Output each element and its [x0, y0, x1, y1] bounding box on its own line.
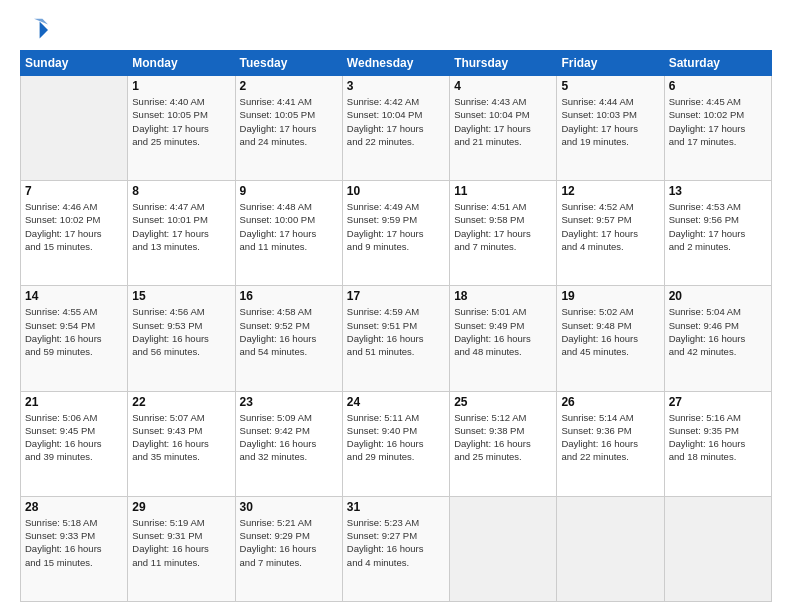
cell-content: Sunrise: 5:02 AM Sunset: 9:48 PM Dayligh…	[561, 305, 659, 358]
cell-content: Sunrise: 5:04 AM Sunset: 9:46 PM Dayligh…	[669, 305, 767, 358]
cell-content: Sunrise: 4:52 AM Sunset: 9:57 PM Dayligh…	[561, 200, 659, 253]
calendar-cell: 22Sunrise: 5:07 AM Sunset: 9:43 PM Dayli…	[128, 391, 235, 496]
day-number: 8	[132, 184, 230, 198]
header-cell-tuesday: Tuesday	[235, 51, 342, 76]
calendar-cell: 31Sunrise: 5:23 AM Sunset: 9:27 PM Dayli…	[342, 496, 449, 601]
week-row-0: 1Sunrise: 4:40 AM Sunset: 10:05 PM Dayli…	[21, 76, 772, 181]
cell-content: Sunrise: 5:06 AM Sunset: 9:45 PM Dayligh…	[25, 411, 123, 464]
calendar-cell: 2Sunrise: 4:41 AM Sunset: 10:05 PM Dayli…	[235, 76, 342, 181]
day-number: 19	[561, 289, 659, 303]
calendar-cell: 30Sunrise: 5:21 AM Sunset: 9:29 PM Dayli…	[235, 496, 342, 601]
day-number: 3	[347, 79, 445, 93]
header-cell-thursday: Thursday	[450, 51, 557, 76]
cell-content: Sunrise: 4:44 AM Sunset: 10:03 PM Daylig…	[561, 95, 659, 148]
day-number: 24	[347, 395, 445, 409]
calendar-cell: 16Sunrise: 4:58 AM Sunset: 9:52 PM Dayli…	[235, 286, 342, 391]
cell-content: Sunrise: 5:19 AM Sunset: 9:31 PM Dayligh…	[132, 516, 230, 569]
cell-content: Sunrise: 4:42 AM Sunset: 10:04 PM Daylig…	[347, 95, 445, 148]
cell-content: Sunrise: 4:56 AM Sunset: 9:53 PM Dayligh…	[132, 305, 230, 358]
day-number: 23	[240, 395, 338, 409]
cell-content: Sunrise: 4:46 AM Sunset: 10:02 PM Daylig…	[25, 200, 123, 253]
cell-content: Sunrise: 4:51 AM Sunset: 9:58 PM Dayligh…	[454, 200, 552, 253]
calendar-cell: 17Sunrise: 4:59 AM Sunset: 9:51 PM Dayli…	[342, 286, 449, 391]
day-number: 26	[561, 395, 659, 409]
cell-content: Sunrise: 5:11 AM Sunset: 9:40 PM Dayligh…	[347, 411, 445, 464]
cell-content: Sunrise: 5:07 AM Sunset: 9:43 PM Dayligh…	[132, 411, 230, 464]
header-cell-sunday: Sunday	[21, 51, 128, 76]
calendar-cell: 18Sunrise: 5:01 AM Sunset: 9:49 PM Dayli…	[450, 286, 557, 391]
day-number: 27	[669, 395, 767, 409]
logo-icon	[20, 16, 48, 44]
calendar-cell	[450, 496, 557, 601]
calendar-cell	[557, 496, 664, 601]
week-row-2: 14Sunrise: 4:55 AM Sunset: 9:54 PM Dayli…	[21, 286, 772, 391]
calendar-cell	[664, 496, 771, 601]
cell-content: Sunrise: 5:12 AM Sunset: 9:38 PM Dayligh…	[454, 411, 552, 464]
day-number: 21	[25, 395, 123, 409]
calendar-cell: 5Sunrise: 4:44 AM Sunset: 10:03 PM Dayli…	[557, 76, 664, 181]
svg-marker-0	[40, 22, 48, 39]
cell-content: Sunrise: 5:23 AM Sunset: 9:27 PM Dayligh…	[347, 516, 445, 569]
day-number: 22	[132, 395, 230, 409]
cell-content: Sunrise: 5:21 AM Sunset: 9:29 PM Dayligh…	[240, 516, 338, 569]
header-cell-wednesday: Wednesday	[342, 51, 449, 76]
day-number: 28	[25, 500, 123, 514]
header-cell-friday: Friday	[557, 51, 664, 76]
calendar-cell: 21Sunrise: 5:06 AM Sunset: 9:45 PM Dayli…	[21, 391, 128, 496]
cell-content: Sunrise: 4:43 AM Sunset: 10:04 PM Daylig…	[454, 95, 552, 148]
calendar-cell: 10Sunrise: 4:49 AM Sunset: 9:59 PM Dayli…	[342, 181, 449, 286]
day-number: 5	[561, 79, 659, 93]
cell-content: Sunrise: 4:47 AM Sunset: 10:01 PM Daylig…	[132, 200, 230, 253]
day-number: 13	[669, 184, 767, 198]
cell-content: Sunrise: 4:40 AM Sunset: 10:05 PM Daylig…	[132, 95, 230, 148]
cell-content: Sunrise: 4:55 AM Sunset: 9:54 PM Dayligh…	[25, 305, 123, 358]
day-number: 12	[561, 184, 659, 198]
day-number: 30	[240, 500, 338, 514]
calendar-cell: 13Sunrise: 4:53 AM Sunset: 9:56 PM Dayli…	[664, 181, 771, 286]
week-row-3: 21Sunrise: 5:06 AM Sunset: 9:45 PM Dayli…	[21, 391, 772, 496]
calendar-cell: 8Sunrise: 4:47 AM Sunset: 10:01 PM Dayli…	[128, 181, 235, 286]
calendar-cell: 24Sunrise: 5:11 AM Sunset: 9:40 PM Dayli…	[342, 391, 449, 496]
cell-content: Sunrise: 5:09 AM Sunset: 9:42 PM Dayligh…	[240, 411, 338, 464]
day-number: 1	[132, 79, 230, 93]
calendar-cell: 15Sunrise: 4:56 AM Sunset: 9:53 PM Dayli…	[128, 286, 235, 391]
calendar-table: SundayMondayTuesdayWednesdayThursdayFrid…	[20, 50, 772, 602]
cell-content: Sunrise: 5:01 AM Sunset: 9:49 PM Dayligh…	[454, 305, 552, 358]
day-number: 4	[454, 79, 552, 93]
calendar-cell: 12Sunrise: 4:52 AM Sunset: 9:57 PM Dayli…	[557, 181, 664, 286]
cell-content: Sunrise: 4:48 AM Sunset: 10:00 PM Daylig…	[240, 200, 338, 253]
calendar-cell: 9Sunrise: 4:48 AM Sunset: 10:00 PM Dayli…	[235, 181, 342, 286]
calendar-body: 1Sunrise: 4:40 AM Sunset: 10:05 PM Dayli…	[21, 76, 772, 602]
logo	[20, 16, 52, 44]
cell-content: Sunrise: 4:59 AM Sunset: 9:51 PM Dayligh…	[347, 305, 445, 358]
header-row: SundayMondayTuesdayWednesdayThursdayFrid…	[21, 51, 772, 76]
calendar-cell: 14Sunrise: 4:55 AM Sunset: 9:54 PM Dayli…	[21, 286, 128, 391]
day-number: 14	[25, 289, 123, 303]
calendar-cell: 7Sunrise: 4:46 AM Sunset: 10:02 PM Dayli…	[21, 181, 128, 286]
cell-content: Sunrise: 4:45 AM Sunset: 10:02 PM Daylig…	[669, 95, 767, 148]
calendar-cell: 6Sunrise: 4:45 AM Sunset: 10:02 PM Dayli…	[664, 76, 771, 181]
calendar-header: SundayMondayTuesdayWednesdayThursdayFrid…	[21, 51, 772, 76]
calendar-cell: 28Sunrise: 5:18 AM Sunset: 9:33 PM Dayli…	[21, 496, 128, 601]
calendar-cell: 4Sunrise: 4:43 AM Sunset: 10:04 PM Dayli…	[450, 76, 557, 181]
cell-content: Sunrise: 4:49 AM Sunset: 9:59 PM Dayligh…	[347, 200, 445, 253]
calendar-cell: 29Sunrise: 5:19 AM Sunset: 9:31 PM Dayli…	[128, 496, 235, 601]
cell-content: Sunrise: 4:58 AM Sunset: 9:52 PM Dayligh…	[240, 305, 338, 358]
day-number: 16	[240, 289, 338, 303]
header-cell-monday: Monday	[128, 51, 235, 76]
calendar-cell: 3Sunrise: 4:42 AM Sunset: 10:04 PM Dayli…	[342, 76, 449, 181]
cell-content: Sunrise: 5:18 AM Sunset: 9:33 PM Dayligh…	[25, 516, 123, 569]
day-number: 6	[669, 79, 767, 93]
calendar-cell: 19Sunrise: 5:02 AM Sunset: 9:48 PM Dayli…	[557, 286, 664, 391]
header	[20, 16, 772, 44]
cell-content: Sunrise: 4:41 AM Sunset: 10:05 PM Daylig…	[240, 95, 338, 148]
week-row-1: 7Sunrise: 4:46 AM Sunset: 10:02 PM Dayli…	[21, 181, 772, 286]
day-number: 2	[240, 79, 338, 93]
calendar-cell: 23Sunrise: 5:09 AM Sunset: 9:42 PM Dayli…	[235, 391, 342, 496]
day-number: 10	[347, 184, 445, 198]
day-number: 29	[132, 500, 230, 514]
calendar-cell: 25Sunrise: 5:12 AM Sunset: 9:38 PM Dayli…	[450, 391, 557, 496]
cell-content: Sunrise: 5:16 AM Sunset: 9:35 PM Dayligh…	[669, 411, 767, 464]
day-number: 18	[454, 289, 552, 303]
calendar-cell: 27Sunrise: 5:16 AM Sunset: 9:35 PM Dayli…	[664, 391, 771, 496]
